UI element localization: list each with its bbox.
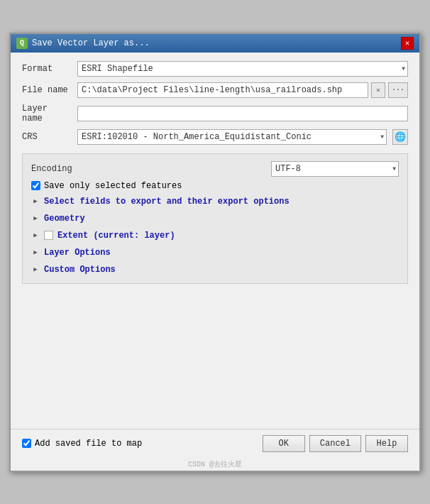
expand-geometry-row[interactable]: ▶ Geometry [31,212,399,225]
save-selected-label: Save only selected features [44,181,182,191]
expand-custom-options-row[interactable]: ▶ Custom Options [31,263,399,276]
footer: Add saved file to map OK Cancel Help [11,429,419,458]
layername-input[interactable] [77,106,408,121]
expand-layer-options-row[interactable]: ▶ Layer Options [31,246,399,259]
extent-checkbox[interactable] [44,231,53,240]
expand-custom-options-label: Custom Options [44,265,116,275]
encoding-label: Encoding [31,164,72,174]
footer-buttons: OK Cancel Help [263,435,408,452]
filename-input[interactable] [77,82,368,98]
add-to-map-checkbox[interactable] [22,439,31,448]
cancel-button[interactable]: Cancel [309,435,361,452]
filename-browse-button[interactable]: ··· [388,82,408,98]
expand-fields-label: Select fields to export and their export… [44,197,290,207]
format-row: Format ESRI ShapefileGeoJSONKMLCSVGeoPac… [22,61,408,77]
filename-clear-button[interactable]: ✕ [371,82,385,98]
format-dropdown-wrapper: ESRI ShapefileGeoJSONKMLCSVGeoPackage ▼ [77,61,408,77]
close-button[interactable]: ✕ [401,37,414,50]
expand-geometry-arrow: ▶ [31,214,40,223]
app-icon: Q [16,38,28,49]
filename-input-group: ✕ ··· [77,82,408,98]
footer-left: Add saved file to map [22,439,142,449]
format-select[interactable]: ESRI ShapefileGeoJSONKMLCSVGeoPackage [77,61,408,77]
expand-geometry-label: Geometry [44,214,85,224]
window-title: Save Vector Layer as... [32,38,150,48]
expand-layer-options-arrow: ▶ [31,248,40,257]
crs-globe-button[interactable]: 🌐 [392,129,408,145]
help-button[interactable]: Help [365,435,408,452]
save-selected-checkbox[interactable] [31,181,40,190]
expand-custom-options-arrow: ▶ [31,265,40,274]
expand-extent-row[interactable]: ▶ Extent (current: layer) [31,229,399,242]
form-content: Format ESRI ShapefileGeoJSONKMLCSVGeoPac… [11,53,419,429]
crs-label: CRS [22,132,72,142]
format-label: Format [22,64,72,74]
save-selected-row: Save only selected features [31,181,399,191]
crs-row: CRS ESRI:102010 - North_America_Equidist… [22,129,408,145]
expand-extent-arrow: ▶ [31,231,40,240]
title-bar-left: Q Save Vector Layer as... [16,38,150,49]
filename-row: File name ✕ ··· [22,82,408,98]
main-window: Q Save Vector Layer as... ✕ Format ESRI … [9,33,421,472]
options-section: Encoding UTF-8UTF-16ISO-8859-1ASCII ▼ Sa… [22,153,408,284]
ok-button[interactable]: OK [263,435,305,452]
encoding-dropdown-wrapper: UTF-8UTF-16ISO-8859-1ASCII ▼ [271,161,399,177]
add-to-map-label: Add saved file to map [35,439,142,449]
encoding-select[interactable]: UTF-8UTF-16ISO-8859-1ASCII [271,161,399,177]
content-spacer [22,292,408,420]
filename-label: File name [22,85,72,95]
expand-extent-label: Extent (current: layer) [57,231,175,241]
layername-label: Layer name [22,104,72,124]
expand-fields-arrow: ▶ [31,197,40,206]
layername-row: Layer name [22,104,408,124]
watermark: CSDN @去往火星 [11,458,419,471]
title-bar: Q Save Vector Layer as... ✕ [11,34,419,53]
expand-layer-options-label: Layer Options [44,248,111,258]
encoding-row: Encoding UTF-8UTF-16ISO-8859-1ASCII ▼ [31,161,399,177]
expand-fields-row[interactable]: ▶ Select fields to export and their expo… [31,195,399,208]
crs-dropdown-wrapper: ESRI:102010 - North_America_Equidistant_… [77,129,387,145]
crs-select[interactable]: ESRI:102010 - North_America_Equidistant_… [77,129,387,145]
